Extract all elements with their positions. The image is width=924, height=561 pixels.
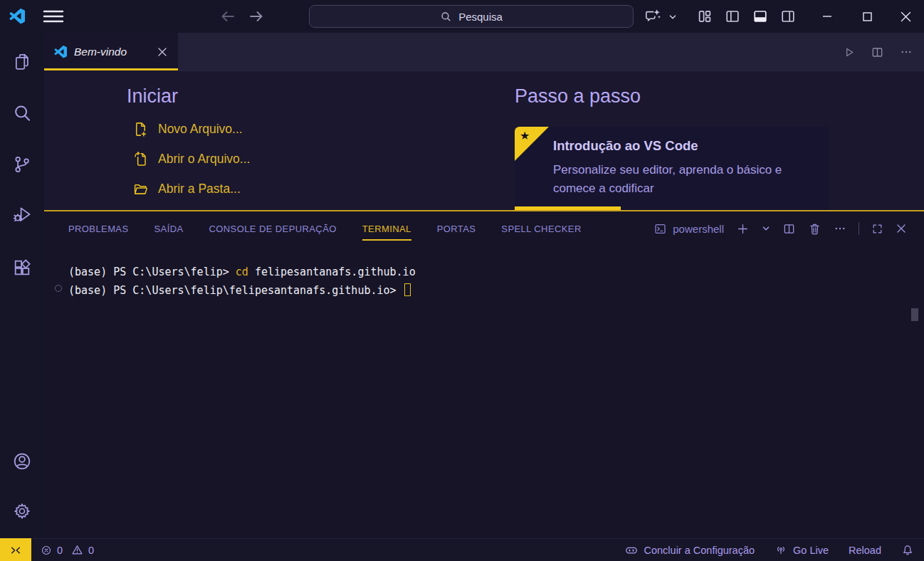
panel-tab-terminal[interactable]: TERMINAL (362, 224, 411, 234)
open-file-link[interactable]: Abrir o Arquivo... (132, 151, 250, 167)
panel-more-icon[interactable] (834, 222, 846, 235)
panel-tab-bar: PROBLEMAS SAÍDA CONSOLE DE DEPURAÇÃO TER… (68, 211, 582, 246)
run-debug-icon[interactable] (12, 204, 32, 224)
finish-setup-label: Concluir a Configuração (644, 545, 755, 556)
toggle-sidebar-left-icon[interactable] (724, 8, 741, 25)
walkthrough-card[interactable]: ★ Introdução ao VS Code Personalize seu … (515, 127, 829, 210)
close-panel-icon[interactable] (896, 223, 907, 234)
vscode-logo-icon (9, 9, 25, 24)
start-list: Novo Arquivo... Abrir o Arquivo... Abrir… (132, 121, 250, 197)
source-control-icon[interactable] (12, 154, 32, 174)
account-icon[interactable] (12, 451, 32, 471)
start-item-label: Abrir o Arquivo... (158, 152, 250, 167)
go-live-label: Go Live (793, 545, 829, 556)
close-button[interactable] (887, 0, 924, 33)
status-bar: 0 0 Concluir a Configuração Go Live Relo… (0, 538, 924, 561)
error-circle-icon (41, 545, 52, 556)
reload-button[interactable]: Reload (849, 545, 881, 556)
editor-actions (843, 33, 913, 71)
start-item-label: Novo Arquivo... (158, 122, 243, 137)
open-folder-link[interactable]: Abrir a Pasta... (132, 181, 250, 197)
toggle-sidebar-right-icon[interactable] (779, 8, 797, 25)
search-view-icon[interactable] (12, 103, 32, 123)
arrow-right-icon[interactable] (248, 8, 265, 25)
status-bar-right: Concluir a Configuração Go Live Reload (624, 539, 915, 561)
star-icon: ★ (520, 129, 530, 142)
new-file-link[interactable]: Novo Arquivo... (132, 121, 250, 137)
kill-terminal-icon[interactable] (808, 222, 821, 236)
terminal-dropdown-icon[interactable] (762, 224, 770, 233)
terminal-icon (653, 222, 667, 236)
maximize-button[interactable] (847, 0, 887, 33)
warning-triangle-icon (71, 544, 83, 556)
diagnostics-status[interactable]: 0 0 (41, 539, 94, 561)
extensions-icon[interactable] (12, 258, 32, 278)
card-title: Introdução ao VS Code (553, 138, 698, 154)
remote-icon (9, 544, 22, 557)
active-tab-underline (44, 68, 178, 70)
walkthrough-heading: Passo a passo (515, 85, 641, 108)
search-icon (440, 11, 452, 23)
open-folder-icon (132, 181, 149, 197)
panel-tab-ports[interactable]: PORTAS (437, 224, 476, 234)
copilot-chat-icon[interactable] (644, 8, 661, 25)
finish-setup-button[interactable]: Concluir a Configuração (624, 543, 755, 557)
start-item-label: Abrir a Pasta... (158, 182, 241, 196)
split-terminal-icon[interactable] (782, 222, 796, 236)
minimize-button[interactable] (807, 0, 847, 33)
warning-count: 0 (88, 545, 94, 556)
arrow-left-icon[interactable] (219, 8, 236, 25)
new-file-icon (132, 121, 149, 137)
terminal-scrollbar[interactable] (911, 308, 918, 321)
terminal-line: (base) PS C:\Users\felip\felipesantanafs… (68, 281, 411, 300)
panel-tab-output[interactable]: SAÍDA (154, 224, 184, 234)
panel-tab-debug-console[interactable]: CONSOLE DE DEPURAÇÃO (209, 224, 337, 234)
tab-close-icon[interactable] (157, 46, 168, 58)
shell-selector[interactable]: powershell (653, 222, 724, 236)
panel-tab-spell-checker[interactable]: SPELL CHECKER (501, 224, 581, 234)
split-editor-icon[interactable] (871, 46, 884, 59)
run-button[interactable] (843, 46, 855, 58)
more-actions-icon[interactable] (900, 46, 913, 58)
settings-gear-icon[interactable] (12, 502, 32, 522)
terminal-cursor (404, 283, 411, 296)
copilot-icon (624, 543, 639, 557)
panel-tab-problems[interactable]: PROBLEMAS (68, 224, 129, 234)
activity-bar (0, 33, 44, 538)
search-input[interactable]: Pesquisa (309, 5, 634, 28)
tab-welcome[interactable]: Bem-vindo (44, 33, 178, 71)
shell-label: powershell (673, 223, 724, 235)
search-placeholder: Pesquisa (458, 11, 503, 23)
bell-icon (901, 544, 914, 557)
open-file-icon (132, 151, 149, 167)
remote-indicator[interactable] (0, 538, 31, 561)
vscode-logo-icon (54, 46, 67, 58)
notifications-button[interactable] (901, 544, 914, 557)
tab-label: Bem-vindo (74, 46, 127, 58)
command-decoration-icon (55, 285, 62, 292)
editor-tab-strip: Bem-vindo (44, 33, 924, 71)
terminal-line: (base) PS C:\Users\felip> cd felipesanta… (68, 263, 416, 281)
card-description: Personalize seu editor, aprenda o básico… (553, 161, 818, 198)
welcome-page: Iniciar Novo Arquivo... Abrir o Arquivo.… (44, 71, 924, 210)
divider (859, 222, 859, 235)
start-heading: Iniciar (127, 85, 178, 108)
vscode-window: Pesquisa (0, 0, 924, 561)
terminal-content[interactable]: (base) PS C:\Users\felip> cd felipesanta… (44, 246, 924, 538)
chevron-down-icon[interactable] (668, 13, 677, 21)
title-bar: Pesquisa (0, 0, 924, 33)
new-terminal-icon[interactable] (736, 222, 750, 236)
panel-actions: powershell (653, 211, 907, 246)
customize-layout-icon[interactable] (696, 8, 713, 25)
bottom-panel: PROBLEMAS SAÍDA CONSOLE DE DEPURAÇÃO TER… (44, 210, 924, 538)
go-live-button[interactable]: Go Live (775, 544, 829, 557)
error-count: 0 (57, 545, 63, 556)
toggle-panel-icon[interactable] (752, 8, 769, 25)
broadcast-icon (775, 544, 787, 557)
reload-label: Reload (849, 545, 881, 556)
maximize-panel-icon[interactable] (871, 223, 883, 235)
explorer-files-icon[interactable] (12, 52, 32, 72)
menu-icon[interactable] (43, 9, 64, 24)
